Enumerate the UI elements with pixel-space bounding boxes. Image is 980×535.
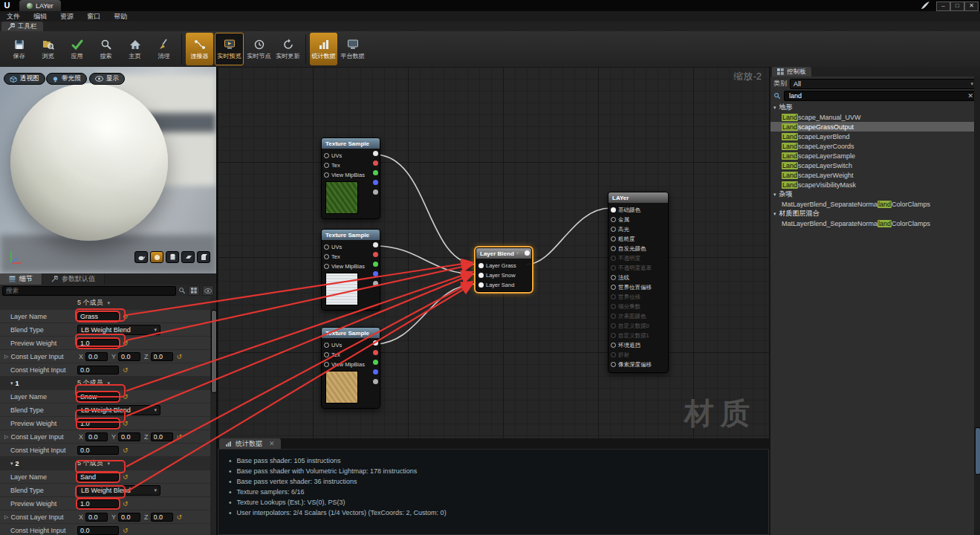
- palette-category-header[interactable]: ▾材质图层混合: [770, 209, 974, 218]
- toolbar-tab[interactable]: 工具栏: [1, 22, 43, 31]
- chevron-down-icon[interactable]: ▾: [108, 380, 111, 386]
- menu-item[interactable]: 窗口: [80, 12, 107, 22]
- input-pin[interactable]: [611, 227, 616, 232]
- apply-button[interactable]: 应用: [63, 33, 91, 65]
- output-pin[interactable]: [373, 271, 378, 276]
- save-button[interactable]: 保存: [5, 33, 33, 65]
- stats-tab[interactable]: 统计数据 ✕: [219, 438, 281, 449]
- output-pin[interactable]: [373, 379, 378, 384]
- blend-type-dropdown[interactable]: LB Weight Blend▾: [77, 405, 160, 415]
- palette-scrollbar[interactable]: [974, 77, 980, 535]
- platform-stats-button[interactable]: 平台数据: [339, 33, 366, 65]
- preview-shape-cube-button[interactable]: [197, 251, 210, 263]
- reset-to-default-icon[interactable]: ↺: [123, 473, 129, 481]
- view-options-button[interactable]: [202, 285, 214, 296]
- input-pin[interactable]: [324, 244, 329, 250]
- preview-shape-cylinder-button[interactable]: [166, 251, 179, 263]
- input-pin[interactable]: [478, 263, 484, 268]
- input-pin[interactable]: [611, 323, 616, 328]
- palette-item[interactable]: LandscapeLayerBlend: [770, 132, 974, 141]
- connectors-button[interactable]: 连接器: [186, 33, 213, 65]
- layer-name-input[interactable]: [77, 312, 119, 321]
- live-preview-button[interactable]: 实时预览: [215, 33, 244, 65]
- palette-item[interactable]: Landscape_Manual_UVW: [770, 112, 974, 122]
- const-layer-x-input[interactable]: [85, 432, 108, 441]
- input-pin[interactable]: [611, 217, 616, 222]
- material-preview-viewport[interactable]: 透视图 带光照 显示: [0, 67, 218, 273]
- blend-type-dropdown[interactable]: LB Weight Blend▾: [77, 485, 160, 496]
- input-pin[interactable]: [611, 265, 616, 270]
- preview-weight-input[interactable]: [77, 499, 119, 508]
- const-height-input[interactable]: [77, 446, 119, 455]
- preview-weight-input[interactable]: [77, 339, 119, 348]
- output-pin[interactable]: [373, 369, 378, 374]
- reset-to-default-icon[interactable]: ↺: [123, 500, 129, 508]
- preview-shape-sphere-button[interactable]: [150, 251, 163, 263]
- output-pin[interactable]: [373, 170, 378, 175]
- input-pin[interactable]: [324, 352, 329, 357]
- const-layer-z-input[interactable]: [151, 352, 173, 361]
- reset-to-default-icon[interactable]: ↺: [123, 393, 129, 401]
- tab-details[interactable]: 细节: [0, 273, 42, 285]
- maximize-button[interactable]: □: [950, 1, 964, 11]
- palette-item[interactable]: LandscapeVisibilityMask: [770, 180, 974, 189]
- texture-sample-node[interactable]: Texture SampleUVsTexView MipBias: [321, 327, 380, 409]
- const-layer-y-input[interactable]: [118, 432, 140, 441]
- reset-to-default-icon[interactable]: ↺: [177, 513, 183, 521]
- property-matrix-button[interactable]: [188, 285, 200, 296]
- input-pin[interactable]: [611, 343, 616, 348]
- input-pin[interactable]: [611, 294, 616, 299]
- palette-item[interactable]: LandscapeGrassOutput: [770, 122, 974, 132]
- node-header[interactable]: Texture Sample: [322, 328, 380, 338]
- live-update-button[interactable]: 实时更新: [274, 33, 302, 65]
- input-pin[interactable]: [611, 207, 616, 213]
- blend-type-dropdown[interactable]: LB Weight Blend▾: [77, 325, 160, 335]
- output-pin[interactable]: [373, 340, 378, 346]
- input-pin[interactable]: [324, 172, 329, 178]
- stats-button[interactable]: 统计数据: [310, 33, 337, 65]
- palette-item[interactable]: MatLayerBlend_SeparateNormalandColorClam…: [770, 199, 974, 209]
- input-pin[interactable]: [611, 236, 616, 241]
- tab-parameter-defaults[interactable]: 参数默认值: [42, 273, 105, 285]
- input-pin[interactable]: [611, 285, 616, 290]
- reset-to-default-icon[interactable]: ↺: [177, 433, 183, 441]
- layer-name-input[interactable]: [77, 473, 119, 482]
- close-icon[interactable]: ✕: [269, 440, 275, 447]
- lit-mode-button[interactable]: 带光照: [46, 73, 87, 85]
- chevron-down-icon[interactable]: ▾: [108, 300, 111, 306]
- const-layer-z-input[interactable]: [151, 432, 173, 441]
- clean-button[interactable]: 清理: [150, 33, 178, 65]
- input-pin[interactable]: [611, 362, 616, 367]
- details-scrollbar[interactable]: [210, 296, 216, 535]
- reset-to-default-icon[interactable]: ↺: [123, 420, 129, 427]
- input-pin[interactable]: [324, 163, 329, 168]
- input-pin[interactable]: [478, 282, 484, 288]
- input-pin[interactable]: [611, 304, 616, 309]
- input-pin[interactable]: [324, 153, 329, 158]
- preview-shape-plane-button[interactable]: [181, 251, 195, 263]
- node-header[interactable]: Layer Blend ▾: [476, 248, 531, 259]
- menu-item[interactable]: 帮助: [107, 12, 134, 22]
- input-pin[interactable]: [611, 333, 616, 338]
- layer-name-input[interactable]: [77, 392, 119, 401]
- output-pin[interactable]: [373, 281, 378, 286]
- perspective-button[interactable]: 透视图: [4, 73, 45, 85]
- layer-blend-node[interactable]: Layer Blend ▾ Layer Grass Layer Snow Lay…: [476, 247, 532, 292]
- show-menu-button[interactable]: 显示: [89, 73, 125, 85]
- menu-item[interactable]: 文件: [0, 12, 27, 22]
- close-button[interactable]: ✕: [964, 1, 979, 11]
- input-pin[interactable]: [611, 246, 616, 251]
- palette-item[interactable]: LandscapeLayerWeight: [770, 170, 974, 180]
- node-header[interactable]: LAYer: [609, 192, 668, 203]
- output-pin[interactable]: [373, 242, 378, 247]
- minimize-button[interactable]: –: [936, 1, 950, 11]
- material-graph-canvas[interactable]: Texture SampleUVsTexView MipBiasTexture …: [218, 67, 769, 438]
- input-pin[interactable]: [611, 352, 616, 357]
- palette-tab[interactable]: 控制板: [772, 67, 811, 77]
- node-header[interactable]: Texture Sample: [322, 138, 380, 149]
- const-layer-z-input[interactable]: [151, 513, 173, 522]
- input-pin[interactable]: [324, 343, 329, 348]
- palette-item[interactable]: MatLayerBlend_SeparateNormalandColorClam…: [770, 218, 974, 228]
- reset-to-default-icon[interactable]: ↺: [177, 353, 183, 360]
- output-pin[interactable]: [525, 250, 530, 256]
